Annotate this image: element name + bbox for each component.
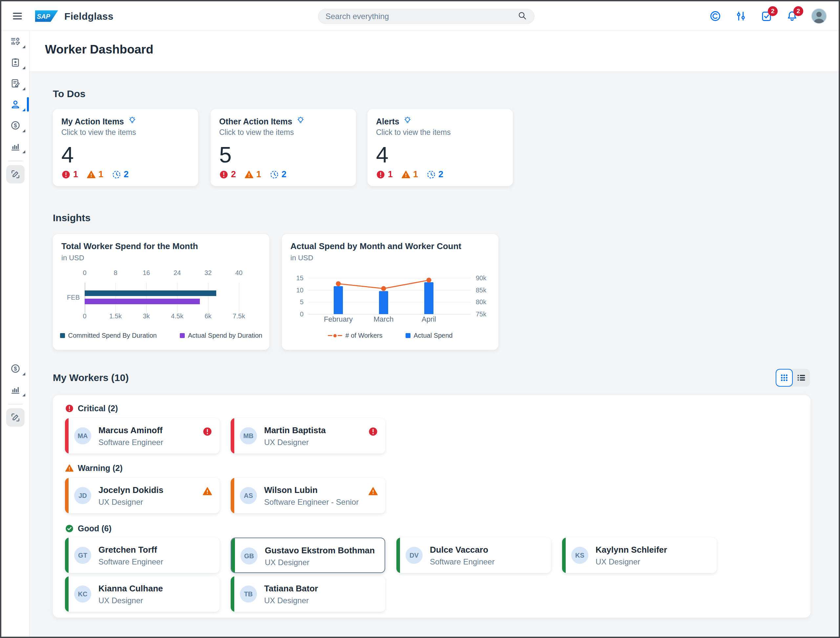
top-axis-tick: 16 (143, 269, 150, 277)
top-axis-tick: 0 (83, 269, 86, 277)
left-axis-tick: 15 (296, 274, 303, 282)
bottom-axis-tick: 0 (83, 313, 86, 320)
sidebar-item-analytics[interactable] (1, 136, 30, 157)
copilot-icon[interactable] (709, 9, 722, 23)
sidebar-item-workforce-overview[interactable] (1, 31, 30, 52)
worker-name: Wilson Lubin (264, 485, 317, 495)
worker-card-kaylynn-schleifer[interactable]: KS Kaylynn Schleifer UX Designer (562, 538, 717, 573)
search-bar[interactable] (318, 9, 535, 24)
todo-card-alerts[interactable]: Alerts Click to view the items 4 1 1 2 (368, 109, 513, 186)
todo-card-other-action-items[interactable]: Other Action Items Click to view the ite… (211, 109, 356, 186)
worker-card-dulce-vaccaro[interactable]: DV Dulce Vaccaro Software Engineer (396, 538, 551, 573)
left-axis-tick: 5 (300, 298, 303, 306)
topbar-actions: 2 2 (709, 1, 827, 31)
sidebar-item-job-postings[interactable] (1, 52, 30, 73)
list-view-button[interactable] (793, 369, 810, 387)
chart-legend: Committed Spend By Duration Actual Spend… (53, 332, 269, 340)
todo-card-title: Alerts (376, 117, 399, 126)
insight-bulb-icon (128, 116, 136, 127)
worker-card-kianna-culhane[interactable]: KC Kianna Culhane UX Designer (65, 576, 219, 612)
worker-card-wilson-lubin[interactable]: AS Wilson Lubin Software Engineer - Seni… (231, 478, 385, 513)
brand-name: Fieldglass (64, 11, 114, 22)
search-icon[interactable] (518, 11, 527, 22)
bar-April (424, 282, 433, 314)
worker-card-martin-baptista[interactable]: MB Martin Baptista UX Designer (231, 418, 385, 453)
sidebar-item-workers[interactable] (1, 94, 30, 115)
gridline (146, 283, 147, 313)
category-label: April (422, 315, 436, 324)
worker-role: Software Engineer (98, 438, 163, 447)
group-label-good: Good (6) (65, 524, 112, 533)
worker-name: Gustavo Ekstrom Bothman (265, 545, 375, 556)
gridline (85, 283, 85, 313)
gridline (308, 302, 471, 302)
bottom-axis-tick: 4.5k (171, 313, 183, 320)
gridline (308, 290, 471, 291)
critical-count: 1 (73, 169, 78, 180)
todo-card-badges: 1 1 2 (62, 169, 129, 180)
menu-icon[interactable] (11, 10, 24, 22)
settings-sliders-icon[interactable] (734, 9, 747, 23)
worker-card-marcus-aminoff[interactable]: MA Marcus Aminoff Software Engineer (65, 418, 219, 453)
active-indicator (27, 97, 29, 112)
grid-view-button[interactable] (776, 369, 793, 387)
worker-role: UX Designer (265, 558, 309, 567)
todo-card-title: Other Action Items (219, 117, 292, 126)
worker-role: UX Designer (595, 557, 640, 567)
sidebar-item-invoices[interactable]: $ (1, 115, 30, 136)
tasks-icon[interactable]: 2 (760, 9, 773, 23)
avatar: TB (240, 586, 257, 603)
category-label: February (324, 315, 353, 324)
critical-count: 1 (388, 169, 393, 180)
bar-March (379, 291, 388, 314)
category-label: FEB (67, 294, 80, 301)
worker-role: Software Engineer (430, 557, 494, 567)
sap-logo: SAP (35, 10, 58, 22)
bar-1 (85, 298, 200, 304)
sidebar-divider (8, 404, 23, 404)
sidebar-secondary-group: $ (1, 358, 30, 426)
user-avatar[interactable] (811, 8, 827, 24)
worker-card-tatiana-bator[interactable]: TB Tatiana Bator UX Designer (231, 576, 385, 612)
sidebar-item-spend[interactable]: $ (1, 358, 30, 379)
top-bar: SAP Fieldglass 2 2 (1, 1, 839, 31)
worker-name: Tatiana Bator (264, 584, 318, 594)
todo-card-my-action-items[interactable]: My Action Items Click to view the items … (53, 109, 198, 186)
todo-card-count: 4 (62, 142, 74, 167)
right-axis-tick: 85k (476, 286, 486, 294)
worker-role: UX Designer (98, 497, 143, 507)
critical-status-icon (368, 426, 378, 438)
gridline (115, 283, 116, 313)
edit-navigation-button-secondary[interactable] (6, 408, 25, 426)
right-axis-tick: 90k (476, 274, 486, 282)
avatar: MA (74, 427, 91, 444)
worker-card-gustavo-ekstrom-bothman[interactable]: GB Gustavo Ekstrom Bothman UX Designer (231, 538, 385, 573)
group-label-warning: Warning (2) (65, 463, 123, 473)
top-axis-tick: 32 (204, 269, 212, 277)
pending-count: 2 (438, 169, 443, 180)
bar-February (334, 286, 343, 314)
notifications-bell-icon[interactable]: 2 (786, 9, 799, 23)
worker-name: Gretchen Torff (98, 545, 157, 555)
bottom-axis-tick: 6k (204, 313, 211, 320)
group-label-critical: Critical (2) (65, 404, 118, 413)
search-input[interactable] (325, 12, 518, 21)
sidebar-item-reports[interactable] (1, 379, 30, 400)
warning-status-icon (368, 486, 378, 497)
left-axis-tick: 0 (300, 311, 303, 318)
worker-card-jocelyn-dokidis[interactable]: JD Jocelyn Dokidis UX Designer (65, 478, 219, 513)
legend-actual-spend-duration: Actual Spend by Duration (180, 332, 262, 340)
todo-card-count: 4 (376, 142, 388, 167)
todo-card-subtitle: Click to view the items (62, 128, 136, 137)
worker-role: Software Engineer - Senior (264, 497, 358, 507)
gridline (308, 278, 471, 278)
pending-count: 2 (124, 169, 129, 180)
bottom-axis-tick: 3k (143, 313, 150, 320)
avatar: KC (74, 586, 91, 603)
sidebar-item-contracts[interactable] (1, 73, 30, 94)
edit-navigation-button[interactable] (6, 165, 25, 183)
todos-heading: To Dos (53, 88, 85, 99)
worker-card-gretchen-torff[interactable]: GT Gretchen Torff Software Engineer (65, 538, 219, 573)
worker-dashboard-page: SAP Fieldglass 2 2 (0, 0, 840, 638)
title-band: Worker Dashboard (30, 31, 839, 72)
